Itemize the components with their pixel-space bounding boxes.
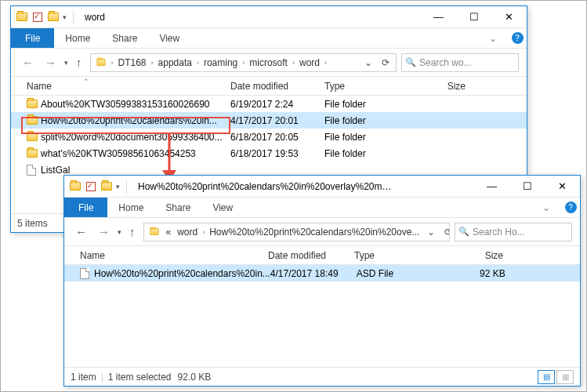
col-date[interactable]: Date modified <box>230 81 324 92</box>
help-button[interactable]: ? <box>561 198 580 217</box>
breadcrumb-item[interactable]: word <box>296 57 323 68</box>
search-placeholder: Search Ho... <box>473 227 525 238</box>
file-type: File folder <box>324 148 411 159</box>
refresh-icon[interactable]: ⟳ <box>440 223 450 241</box>
file-date: 4/17/2017 20:01 <box>230 115 324 126</box>
tab-view[interactable]: View <box>148 28 190 48</box>
folder-icon <box>16 11 28 24</box>
nav-up-icon[interactable]: ↑ <box>126 225 139 238</box>
nav-forward-icon[interactable]: → <box>42 56 60 69</box>
file-icon <box>80 268 94 279</box>
search-input[interactable]: 🔍 Search wo... <box>401 53 519 72</box>
file-date: 4/17/2017 18:49 <box>270 268 357 279</box>
col-type[interactable]: Type <box>354 250 448 261</box>
col-size[interactable]: Size <box>411 81 473 92</box>
tab-file[interactable]: File <box>11 28 54 48</box>
breadcrumb-item[interactable]: DT168 <box>115 57 150 68</box>
table-row[interactable]: split%20word%20document30599336400...6/1… <box>11 129 527 145</box>
ribbon: File Home Share View ⌄ ? <box>64 198 580 218</box>
file-name: split%20word%20document30599336400... <box>41 132 223 143</box>
nav-back-icon[interactable]: ← <box>19 56 37 69</box>
status-text: 5 items <box>17 218 48 229</box>
tab-home[interactable]: Home <box>107 198 154 217</box>
close-button[interactable]: ✕ <box>545 176 580 198</box>
chevron-right-icon[interactable]: › <box>291 59 296 67</box>
search-icon: 🔍 <box>458 227 469 237</box>
qat-dropdown-icon[interactable]: ▾ <box>116 183 120 191</box>
chevron-right-icon[interactable]: › <box>110 59 115 67</box>
sort-asc-icon: ⌃ <box>83 78 89 85</box>
tab-share[interactable]: Share <box>101 28 148 48</box>
chevron-right-icon[interactable]: › <box>241 59 246 67</box>
file-name: About%20KTW30599383153160026690 <box>41 99 210 110</box>
view-details-button[interactable]: ▤ <box>538 370 555 384</box>
quick-access-check-icon[interactable] <box>85 180 97 193</box>
breadcrumb-overflow[interactable]: « <box>163 227 175 238</box>
file-name: ListGal <box>41 165 70 176</box>
col-type[interactable]: Type <box>324 81 411 92</box>
chevron-right-icon[interactable]: › <box>195 59 201 67</box>
folder-icon <box>27 149 41 158</box>
table-row[interactable]: How%20to%20print%20calendars%20in...4/17… <box>11 112 527 129</box>
close-button[interactable]: ✕ <box>491 6 527 28</box>
file-type: File folder <box>324 115 411 126</box>
file-type: ASD File <box>357 268 451 279</box>
breadcrumb-item[interactable]: word <box>174 227 201 238</box>
folder-icon <box>27 116 41 125</box>
folder-icon <box>100 180 113 193</box>
window-title: word <box>85 12 105 23</box>
col-date[interactable]: Date modified <box>268 250 354 261</box>
qat-dropdown-icon[interactable]: ▾ <box>63 13 67 21</box>
chevron-right-icon[interactable]: › <box>150 59 155 67</box>
table-row[interactable]: How%20to%20print%20calendars%20in...4/17… <box>64 265 580 281</box>
file-date: 6/18/2017 20:05 <box>230 132 324 143</box>
breadcrumb-item[interactable]: microsoft <box>246 57 291 68</box>
view-large-button[interactable]: ▦ <box>556 370 574 384</box>
folder-icon <box>27 132 41 141</box>
column-header[interactable]: Name Date modified Type Size <box>64 246 580 265</box>
maximize-button[interactable]: ☐ <box>456 6 491 28</box>
file-type: File folder <box>324 132 411 143</box>
nav-up-icon[interactable]: ↑ <box>73 56 85 69</box>
chevron-right-icon[interactable]: › <box>201 228 206 236</box>
chevron-right-icon[interactable]: › <box>323 59 328 67</box>
file-type: File folder <box>324 99 411 110</box>
status-size: 92.0 KB <box>178 372 212 383</box>
file-icon <box>27 165 41 176</box>
address-bar[interactable]: › DT168 › appdata › roaming › microsoft … <box>90 53 397 72</box>
nav-history-icon[interactable]: ▾ <box>64 59 68 67</box>
quick-access-check-icon[interactable] <box>31 11 44 24</box>
titlebar: ▾ word — ☐ ✕ <box>11 6 527 28</box>
nav-back-icon[interactable]: ← <box>72 225 90 238</box>
minimize-button[interactable]: — <box>474 176 509 198</box>
help-button[interactable]: ? <box>508 28 527 48</box>
breadcrumb-item[interactable]: roaming <box>201 57 241 68</box>
tab-share[interactable]: Share <box>154 198 201 217</box>
nav-forward-icon[interactable]: → <box>95 225 113 238</box>
refresh-icon[interactable]: ⟳ <box>377 54 394 71</box>
col-size[interactable]: Size <box>448 250 511 261</box>
breadcrumb-item[interactable]: How%20to%20print%20calendars%20in%20ove.… <box>206 227 422 238</box>
table-row[interactable]: what's%20KTW305985610634542536/18/2017 1… <box>11 145 527 162</box>
address-dropdown-icon[interactable]: ⌄ <box>422 223 440 241</box>
address-bar[interactable]: « word › How%20to%20print%20calendars%20… <box>143 223 451 241</box>
folder-icon <box>47 11 60 24</box>
breadcrumb-item[interactable]: appdata <box>155 57 195 68</box>
ribbon-expand-icon[interactable]: ⌄ <box>531 198 561 217</box>
column-header[interactable]: Name⌃ Date modified Type Size <box>11 77 527 96</box>
ribbon-expand-icon[interactable]: ⌄ <box>478 28 508 48</box>
tab-home[interactable]: Home <box>54 28 101 48</box>
col-name[interactable]: Name <box>80 250 268 261</box>
table-row[interactable]: About%20KTW305993831531600266906/19/2017… <box>11 96 527 112</box>
maximize-button[interactable]: ☐ <box>509 176 545 198</box>
folder-icon <box>27 100 41 108</box>
tab-view[interactable]: View <box>201 198 244 217</box>
minimize-button[interactable]: — <box>421 6 456 28</box>
file-date: 6/19/2017 2:24 <box>230 99 324 110</box>
search-input[interactable]: 🔍 Search Ho... <box>455 223 572 241</box>
nav-history-icon[interactable]: ▾ <box>118 228 121 236</box>
file-name: How%20to%20print%20calendars%20in... <box>41 115 217 126</box>
tab-file[interactable]: File <box>64 198 107 217</box>
address-dropdown-icon[interactable]: ⌄ <box>360 54 377 71</box>
col-name[interactable]: Name <box>27 81 52 92</box>
